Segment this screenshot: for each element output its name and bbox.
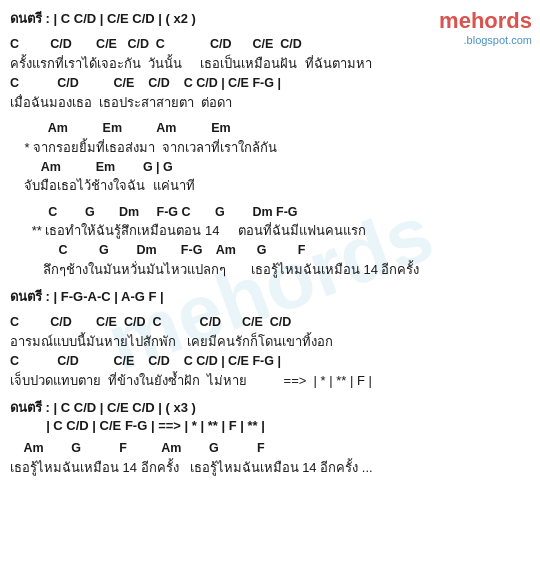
- chord-line: Am G F Am G F: [10, 439, 530, 458]
- song-content: ดนตรี : | C C/D | C/E C/D | ( x2 )C C/D …: [0, 0, 540, 488]
- chord-line: C C/D C/E C/D C C/D | C/E F-G |: [10, 74, 530, 93]
- lyric-line: เธอรู้ไหมฉันเหมือน 14 อีกครั้ง เธอรู้ไหม…: [10, 458, 530, 478]
- lyric-line: ลึกๆช้างในมันหวั่นมันไหวแปลกๆ เธอรู้ไหมฉ…: [10, 260, 530, 280]
- chord-line: C C/D C/E C/D C C/D | C/E F-G |: [10, 352, 530, 371]
- lyric-line: เจ็บปวดแทบตาย ที่ข้างในยังซ้ำฝัก ไม่หาย …: [10, 371, 530, 391]
- lyric-line: อารมณ์แบบนี้มันหายไปสักพัก เคยมีคนรักก็โ…: [10, 332, 530, 352]
- logo-sub: .blogspot.com: [439, 34, 532, 46]
- lyric-line: จับมือเธอไว้ช้างใจฉัน แค่นาที: [10, 176, 530, 196]
- label-line: ดนตรี : | F-G-A-C | A-G F |: [10, 286, 530, 307]
- chord-line: C C/D C/E C/D C C/D C/E C/D: [10, 313, 530, 332]
- chord-line: C G Dm F-G Am G F: [10, 241, 530, 260]
- logo-accent: hords: [471, 8, 532, 33]
- chord-line: C G Dm F-G C G Dm F-G: [10, 203, 530, 222]
- label-line: ดนตรี : | C C/D | C/E C/D | ( x3 ): [10, 397, 530, 418]
- lyric-line: เมื่อฉันมองเธอ เธอประสาสายตา ต่อดา: [10, 93, 530, 113]
- logo-prefix: me: [439, 8, 471, 33]
- chord-line: Am Em Am Em: [10, 119, 530, 138]
- label-line: | C C/D | C/E F-G | ==> | * | ** | F | *…: [10, 418, 530, 433]
- lyric-line: ครั้งแรกที่เราได้เจอะกัน วันนั้น เธอเป็น…: [10, 54, 530, 74]
- lyric-line: ** เธอทำให้ฉันรู้สึกเหมือนตอน 14 ตอนที่ฉ…: [10, 221, 530, 241]
- chord-line: Am Em G | G: [10, 158, 530, 177]
- logo-text: mehords: [439, 8, 532, 34]
- logo: mehords .blogspot.com: [439, 8, 532, 46]
- lyric-line: * จากรอยยิ้มที่เธอส่งมา จากเวลาที่เราใกล…: [10, 138, 530, 158]
